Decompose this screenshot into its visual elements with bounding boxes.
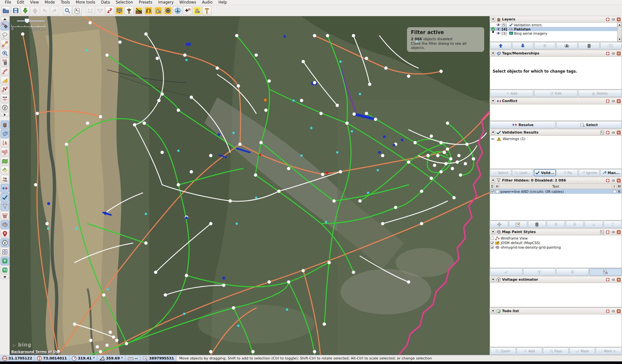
scroll-up-icon[interactable] [617,23,622,27]
filter-enabled-checkbox[interactable] [491,190,494,193]
filter-delete-button[interactable] [528,221,546,228]
close-icon[interactable] [616,17,621,21]
warnings-tree-item[interactable]: Warnings (1) [490,136,622,141]
collapse-icon[interactable] [491,99,495,103]
angle-snap-tool-button[interactable] [1,76,9,85]
pin-icon[interactable] [611,230,615,234]
add-node-button[interactable] [183,6,192,15]
panel-settings-icon[interactable] [600,130,604,135]
toggle-tags-button[interactable] [1,130,9,138]
filter-row[interactable]: power=line AND (circuits: OR cables) R [490,189,622,194]
filter-up-button[interactable] [547,221,565,228]
tool-expander-button[interactable] [1,112,9,117]
open-file-button[interactable] [1,6,10,15]
collapse-icon[interactable] [491,309,495,313]
move-tool-button[interactable] [1,22,9,30]
conflict-select-button[interactable]: Select [556,121,622,128]
detach-icon[interactable] [605,230,610,234]
filter-add-button[interactable] [490,221,508,228]
detach-icon[interactable] [605,277,610,282]
filter-move-bottom-button[interactable] [584,221,603,228]
col-inverted[interactable]: I [612,184,617,188]
style-row-ohmygrid[interactable]: ohmygrid-low-density-grid-painting [490,245,622,250]
menu-selection[interactable]: Selection [113,0,136,5]
download-button[interactable] [21,6,30,15]
col-text[interactable]: Text [500,184,612,188]
scroll-down-icon[interactable] [617,37,622,41]
close-icon[interactable] [616,277,621,282]
preset-power-pole-button[interactable] [202,6,211,15]
pin-icon[interactable] [611,309,615,313]
menu-imagery[interactable]: Imagery [155,0,177,5]
preset-solar-panel-button[interactable] [115,6,124,15]
detach-icon[interactable] [605,17,610,21]
preset-cooling-tower-button[interactable] [193,6,202,15]
layer-row-validation-errors[interactable]: [5] Validation errors [490,23,622,27]
menu-tools[interactable]: Tools [58,0,73,5]
preset-generator-button[interactable] [163,6,173,15]
todo-mark-button[interactable]: Mark [569,347,595,355]
tag-add-button[interactable]: Add [490,90,533,97]
map-canvas[interactable] [10,16,490,355]
toggle-map-paint-styles-button[interactable] [1,220,9,229]
eye-icon[interactable] [496,32,501,35]
detach-icon[interactable] [605,309,610,313]
wireframe-checkbox[interactable] [491,237,494,240]
eye-icon[interactable] [496,23,501,26]
merge-nodes-button[interactable] [86,6,95,15]
toggle-layers-button[interactable] [1,121,9,129]
collapse-icon[interactable] [491,277,495,282]
toggle-todo-list-button[interactable] [1,257,9,265]
preset-wind-turbine-button[interactable] [173,6,182,15]
validation-ignore-button[interactable]: Ignore [579,169,600,176]
tag-delete-button[interactable]: Delete [578,90,622,97]
voltage-tool-button[interactable] [1,103,9,112]
layer-row-pakistan[interactable]: [4] Pakistan [490,27,622,31]
extrude-tool-button[interactable] [1,94,9,103]
layer-move-up-button[interactable] [490,42,511,49]
collapse-icon[interactable] [491,178,495,182]
style-down-button[interactable] [556,268,589,276]
style-row-wireframe[interactable]: Wireframe View [490,236,622,241]
map-view[interactable]: 0 30.0 km Filter active 2 086 objects di… [10,16,490,355]
toggle-validation-button[interactable] [1,193,9,202]
zoom-slider-handle[interactable] [25,18,30,23]
pin-icon[interactable] [611,99,615,103]
close-icon[interactable] [616,51,621,55]
combine-ways-button[interactable] [95,6,104,15]
filter-edit-button[interactable] [509,221,527,228]
map-zoom-slider[interactable] [17,18,45,23]
toggle-changeset-button[interactable] [1,211,9,220]
menu-help[interactable]: Help [215,0,230,5]
validation-manage-button[interactable]: Man... [600,169,622,176]
col-mode[interactable]: M [617,184,622,188]
preset-power-cable-button[interactable] [134,6,143,15]
pin-icon[interactable] [611,277,615,282]
toggle-authors-button[interactable] [1,175,9,183]
style-up-button[interactable] [523,268,556,276]
close-icon[interactable] [616,130,621,135]
validation-select-button[interactable]: Select [490,169,511,176]
menu-windows[interactable]: Windows [176,0,199,5]
validation-fix-button[interactable]: Fix [556,169,578,176]
layer-visibility-button[interactable] [556,42,578,49]
collapse-icon[interactable] [491,17,495,21]
toggle-relations-button[interactable] [1,148,9,156]
collapse-icon[interactable] [491,230,495,234]
upload-button[interactable] [30,6,40,15]
parallel-way-tool-button[interactable] [1,67,9,76]
layer-move-down-button[interactable] [512,42,533,49]
validation-validate-button[interactable]: Valid... [534,169,556,176]
ohmygrid-checkbox[interactable] [491,246,494,249]
pin-icon[interactable] [611,51,615,55]
menu-mode[interactable]: Mode [42,0,58,5]
todo-pass-button[interactable]: Pass [543,347,569,355]
menu-view[interactable]: View [27,0,42,5]
filter-down-button[interactable] [566,221,584,228]
toggle-osm-inspector-button[interactable] [1,248,9,256]
redo-button[interactable] [50,6,59,15]
save-button[interactable] [11,6,20,15]
detach-icon[interactable] [605,99,610,103]
pin-icon[interactable] [611,130,615,135]
filter-inverted-checkbox[interactable] [613,190,616,193]
